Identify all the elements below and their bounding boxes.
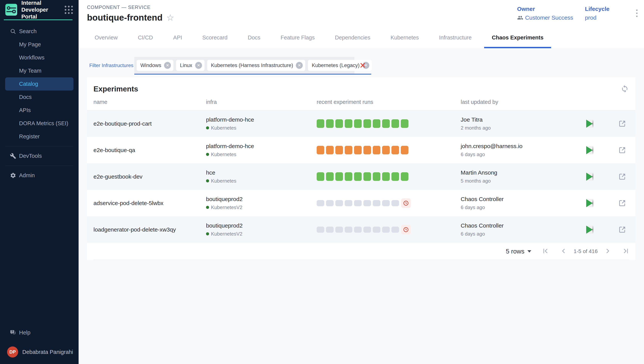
chip-remove-icon[interactable]: ✕ [296,62,303,69]
apps-grid-icon[interactable] [65,6,73,14]
run-bar-pending[interactable] [363,200,371,206]
tab-overview[interactable]: Overview [87,27,125,48]
run-bar-passed[interactable] [326,172,334,181]
run-bar-failed[interactable] [326,146,334,154]
run-bar-pending[interactable] [345,226,352,233]
run-bar-pending[interactable] [354,200,362,206]
run-bar-pending[interactable] [392,200,399,206]
sidebar-item-devtools[interactable]: DevTools [5,150,74,162]
sidebar-item-my-page[interactable]: My Page [5,38,74,51]
run-bar-failed[interactable] [373,146,380,154]
run-bar-pending[interactable] [382,200,390,206]
run-experiment-play-button[interactable] [586,173,593,181]
run-bar-passed[interactable] [363,119,371,128]
sidebar-item-admin[interactable]: Admin [5,169,74,182]
run-bar-passed[interactable] [382,172,390,181]
run-bar-passed[interactable] [382,119,390,128]
run-bar-passed[interactable] [373,172,380,181]
chip-remove-icon[interactable]: ✕ [195,62,202,69]
run-bar-pending[interactable] [326,200,334,206]
favorite-star-icon[interactable]: ☆ [166,13,174,22]
run-bar-failed[interactable] [317,146,324,154]
sidebar-item-dora-metrics-sei[interactable]: DORA Metrics (SEI) [5,117,74,130]
more-options-kebab-icon[interactable] [635,8,639,18]
open-experiment-launch-icon[interactable] [618,199,627,208]
run-bar-passed[interactable] [392,172,399,181]
run-bar-pending[interactable] [354,226,362,233]
run-bar-failed[interactable] [382,146,390,154]
run-bar-pending[interactable] [373,200,380,206]
run-bar-pending[interactable] [382,226,390,233]
filter-infrastructures-label[interactable]: Filter Infrastructures [89,62,133,68]
sidebar-item-search[interactable]: Search [5,25,74,38]
run-bar-failed[interactable] [345,146,352,154]
sidebar-item-docs[interactable]: Docs [5,90,74,104]
open-experiment-launch-icon[interactable] [618,146,627,154]
run-bar-passed[interactable] [363,172,371,181]
previous-page-button[interactable] [560,248,567,255]
refresh-icon[interactable] [620,85,629,93]
sidebar-item-workflows[interactable]: Workflows [5,51,74,64]
run-error-clock-icon[interactable] [401,225,411,234]
run-bar-passed[interactable] [326,119,334,128]
run-experiment-play-button[interactable] [586,199,593,207]
tab-ci-cd[interactable]: CI/CD [130,27,161,48]
tab-scorecard[interactable]: Scorecard [195,27,235,48]
run-bar-passed[interactable] [335,119,343,128]
run-bar-failed[interactable] [335,146,343,154]
last-page-button[interactable] [622,248,629,255]
run-bar-pending[interactable] [317,200,324,206]
tab-infrastructure[interactable]: Infrastructure [431,27,479,48]
clear-filters-button[interactable]: ✕ [355,61,371,70]
run-bar-pending[interactable] [326,226,334,233]
run-bar-passed[interactable] [373,119,380,128]
tab-chaos-experiments[interactable]: Chaos Experiments [484,27,551,48]
run-bar-passed[interactable] [335,172,343,181]
run-bar-passed[interactable] [401,172,408,181]
run-experiment-play-button[interactable] [586,146,593,154]
sidebar-item-catalog[interactable]: Catalog [5,77,74,90]
first-page-button[interactable] [542,248,549,255]
tab-feature-flags[interactable]: Feature Flags [273,27,323,48]
run-bar-passed[interactable] [317,172,324,181]
next-page-button[interactable] [604,248,611,255]
run-experiment-play-button[interactable] [586,226,593,234]
run-bar-passed[interactable] [345,119,352,128]
run-bar-pending[interactable] [335,200,343,206]
owner-link[interactable]: Customer Success [517,14,573,21]
run-bar-passed[interactable] [317,119,324,128]
run-bar-pending[interactable] [363,226,371,233]
run-error-clock-icon[interactable] [401,198,411,208]
run-bar-passed[interactable] [354,119,362,128]
run-bar-passed[interactable] [354,172,362,181]
run-bar-pending[interactable] [317,226,324,233]
run-bar-passed[interactable] [401,119,408,128]
run-bar-pending[interactable] [335,226,343,233]
tab-api[interactable]: API [166,27,190,48]
run-bar-passed[interactable] [345,172,352,181]
open-experiment-launch-icon[interactable] [618,119,627,128]
sidebar-item-apis[interactable]: APIs [5,104,74,117]
tab-docs[interactable]: Docs [240,27,268,48]
rows-per-page-select[interactable]: 5 rows [506,248,531,255]
run-bar-failed[interactable] [354,146,362,154]
open-experiment-launch-icon[interactable] [618,225,627,234]
sidebar-item-my-team[interactable]: My Team [5,64,74,77]
run-bar-failed[interactable] [363,146,371,154]
sidebar-item-register[interactable]: Register [5,130,74,143]
run-bar-failed[interactable] [392,146,399,154]
tab-kubernetes[interactable]: Kubernetes [383,27,426,48]
updated-cell: john.crespo@harness.io6 days ago [461,143,556,158]
run-bar-pending[interactable] [345,200,352,206]
user-menu[interactable]: DP Debabrata Panigrahi [0,339,79,360]
run-bar-pending[interactable] [373,226,380,233]
chip-remove-icon[interactable]: ✕ [164,62,171,69]
open-experiment-launch-icon[interactable] [618,172,627,181]
run-experiment-play-button[interactable] [586,120,593,128]
run-bar-failed[interactable] [401,146,408,154]
tab-dependencies[interactable]: Dependencies [327,27,378,48]
run-bar-passed[interactable] [392,119,399,128]
filter-chips-input[interactable]: Windows✕Linux✕Kubernetes (Harness Infras… [134,57,355,74]
sidebar-item-help[interactable]: ?Help [5,326,74,339]
run-bar-pending[interactable] [392,226,399,233]
